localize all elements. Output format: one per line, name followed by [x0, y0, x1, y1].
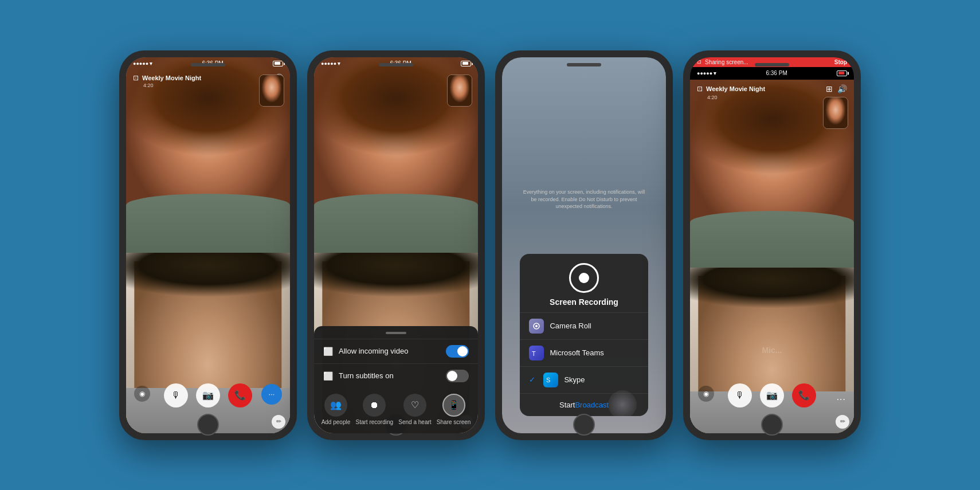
woman-shirt-4: [690, 211, 854, 267]
man-hair-1: [126, 253, 290, 316]
top-video-2: [314, 57, 478, 253]
option-row-incoming-video: ⬜ Allow incoming video: [314, 339, 478, 363]
phone-home-3[interactable]: [573, 414, 595, 436]
phone-speaker-3: [567, 63, 601, 66]
share-screen-btn[interactable]: 📱 Share screen: [437, 394, 471, 425]
mic-button-4[interactable]: 🎙: [728, 383, 752, 407]
subtitle-option-icon: ⬜: [323, 371, 333, 381]
panel-handle-2: [386, 332, 406, 334]
add-people-icon: 👥: [324, 394, 347, 417]
time-4: 6:36 PM: [766, 70, 787, 76]
status-bar-4: ●●●●● ▾ 6:36 PM: [690, 67, 854, 80]
status-right-1: [273, 61, 283, 66]
stop-button[interactable]: Stop: [834, 59, 847, 65]
battery-2: [461, 61, 471, 66]
phone-home-4[interactable]: [761, 414, 783, 436]
bottom-right-icon-4: ···: [837, 394, 846, 405]
add-people-label: Add people: [322, 419, 351, 425]
status-left-4: ●●●●● ▾: [697, 70, 716, 76]
woman-shirt-2: [314, 194, 478, 252]
more-button-4[interactable]: ···: [837, 394, 846, 405]
start-text: Start: [559, 401, 575, 409]
man-hair-2: [314, 253, 478, 316]
screen-icon-1: ⊡: [133, 74, 139, 82]
svg-text:S: S: [546, 377, 550, 383]
ios-menu-item-skype[interactable]: ✓ S Skype: [520, 366, 648, 393]
screen-recording-title: Screen Recording: [550, 297, 618, 307]
share-screen-label: Share screen: [437, 419, 471, 425]
camera-switch-icon-1[interactable]: ◉: [134, 386, 150, 402]
toggle-incoming-video[interactable]: [446, 345, 469, 358]
call-title-area-1: ⊡ Weekly Movie Night: [133, 74, 201, 82]
send-heart-btn[interactable]: ♡ Send a heart: [398, 394, 431, 425]
record-circle-inner: [579, 273, 589, 283]
call-title-1: Weekly Movie Night: [142, 75, 201, 81]
phone-4: ⊡ Sharing screen... Stop ●●●●● ▾ 6:36 PM: [683, 50, 861, 440]
mini-avatar-2: [447, 75, 472, 107]
action-bar-2: 👥 Add people ⏺ Start recording ♡ Send a …: [314, 388, 478, 433]
start-recording-label: Start recording: [355, 419, 393, 425]
record-circle-button[interactable]: [569, 263, 599, 293]
share-screen-icon: 📱: [442, 394, 465, 417]
phone-speaker-2: [379, 63, 413, 66]
camera-roll-icon: [529, 319, 544, 334]
add-people-btn[interactable]: 👥 Add people: [322, 394, 351, 425]
bottom-right-icon-1: ···: [261, 384, 282, 405]
phone-home-1[interactable]: [197, 414, 219, 436]
start-recording-btn[interactable]: ⏺ Start recording: [355, 394, 393, 425]
wifi-icon-4: ▾: [714, 70, 716, 76]
wifi-icon-1: ▾: [150, 61, 152, 66]
option-row-subtitles: ⬜ Turn subtitles on: [314, 363, 478, 388]
video-call-screen-4: ⊡ Sharing screen... Stop ●●●●● ▾ 6:36 PM: [690, 57, 854, 433]
mic-button-1[interactable]: 🎙: [164, 383, 188, 407]
mini-avatar-woman-1: [260, 75, 284, 106]
camera-button-4[interactable]: 📷: [760, 383, 784, 407]
phones-container: ●●●●● ▾ 6:36 PM: [119, 50, 861, 440]
sharing-icon: ⊡: [697, 59, 701, 65]
option-text-subtitles: Turn subtitles on: [339, 371, 394, 380]
man-hair-4: [690, 268, 854, 326]
edit-icon-4[interactable]: ✏: [836, 415, 849, 429]
video-option-icon: ⬜: [323, 347, 333, 356]
ios-menu-item-ms-teams[interactable]: T Microsoft Teams: [520, 339, 648, 366]
battery-1: [273, 61, 283, 66]
options-panel-2: ⬜ Allow incoming video ⬜ Turn subtitles …: [314, 326, 478, 433]
call-title-area-4: ⊡ Weekly Movie Night: [697, 85, 765, 93]
phone-speaker-4: [755, 63, 789, 66]
skype-checkmark: ✓: [529, 375, 535, 384]
video-call-screen-1: ●●●●● ▾ 6:36 PM: [126, 57, 290, 433]
video-call-screen-2: ●●●●● ▾ 6:36 PM: [314, 57, 478, 433]
status-left-2: ●●●●● ▾: [321, 61, 340, 66]
toggle-subtitles[interactable]: [446, 370, 469, 382]
call-title-4: Weekly Movie Night: [706, 85, 765, 92]
grid-icon-4[interactable]: ⊞: [826, 84, 833, 93]
status-right-2: [461, 61, 471, 66]
end-call-button-4[interactable]: 📞: [792, 383, 816, 407]
top-video-1: ⊡ Weekly Movie Night ⊞ 🔊 4:20: [126, 57, 290, 253]
mini-avatar-content-2: [448, 75, 472, 106]
phone-1: ●●●●● ▾ 6:36 PM: [119, 50, 297, 440]
top-video-4: ⊡ Weekly Movie Night ⊞ 🔊 4:20: [690, 80, 854, 268]
call-header-4: ⊡ Weekly Movie Night ⊞ 🔊: [690, 82, 854, 96]
camera-switch-icon-4[interactable]: ◉: [698, 386, 714, 402]
ios-menu-item-camera-roll[interactable]: Camera Roll: [520, 312, 648, 339]
camera-button-1[interactable]: 📷: [196, 383, 220, 407]
end-call-button-1[interactable]: 📞: [228, 383, 252, 407]
start-broadcast-button[interactable]: Start Broadcast: [520, 393, 648, 416]
mini-avatar-4: [823, 97, 848, 129]
svg-text:T: T: [532, 350, 536, 357]
camera-roll-label: Camera Roll: [550, 322, 591, 330]
more-button-1[interactable]: ···: [261, 384, 282, 405]
bottom-video-4: Mic... ✏: [690, 268, 854, 433]
edit-icon-1[interactable]: ✏: [272, 415, 285, 429]
ios-record-panel: Screen Recording Camera Roll: [520, 254, 648, 416]
volume-icon-4[interactable]: 🔊: [837, 84, 847, 93]
ms-teams-icon: T: [529, 346, 544, 360]
broadcast-ripple: [608, 390, 637, 416]
ms-teams-label: Microsoft Teams: [550, 348, 603, 357]
call-icons-right-4: ⊞ 🔊: [826, 84, 847, 93]
bottom-left-icons-1: ◉: [134, 386, 150, 402]
screen-icon-4: ⊡: [697, 85, 703, 93]
sharing-label: Sharing screen...: [705, 59, 748, 65]
call-controls-4: 🎙 📷 📞: [690, 383, 854, 407]
